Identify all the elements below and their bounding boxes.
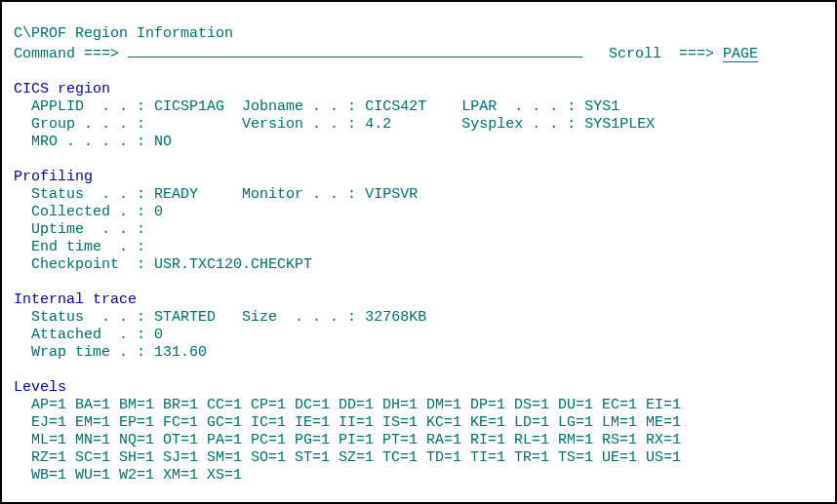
trace-size-label: Size . . . :: [242, 309, 356, 326]
collected-label: Collected . :: [31, 204, 145, 220]
section-internal-trace: Internal trace: [14, 291, 137, 308]
levels-row: WB=1 WU=1 W2=1 XM=1 XS=1: [31, 467, 242, 484]
checkpoint-value: USR.TXC120.CHECKPT: [154, 256, 312, 273]
mro-value: NO: [154, 134, 172, 150]
lpar-label: LPAR . . . :: [461, 98, 576, 115]
sysplex-label: Sysplex . . :: [461, 116, 576, 133]
checkpoint-label: Checkpoint :: [31, 256, 145, 273]
wrap-time-label: Wrap time . :: [31, 344, 145, 361]
jobname-value: CICS42T: [365, 98, 426, 115]
levels-row: ML=1 MN=1 NQ=1 OT=1 PA=1 PC=1 PG=1 PI=1 …: [31, 432, 681, 448]
levels-row: EJ=1 EM=1 EP=1 FC=1 GC=1 IC=1 IE=1 II=1 …: [31, 414, 681, 431]
wrap-time-value: 131.60: [154, 344, 207, 361]
command-input[interactable]: [128, 43, 582, 58]
sysplex-value: SYS1PLEX: [584, 116, 655, 133]
jobname-label: Jobname . . :: [242, 98, 356, 115]
group-label: Group . . . :: [31, 116, 145, 133]
uptime-label: Uptime . . :: [31, 221, 145, 238]
lpar-value: SYS1: [584, 98, 619, 115]
attached-label: Attached . :: [31, 327, 145, 343]
collected-value: 0: [154, 204, 163, 220]
section-profiling: Profiling: [14, 169, 93, 185]
monitor-label: Monitor . . :: [242, 186, 356, 203]
mro-label: MRO . . . . :: [31, 134, 145, 150]
panel-title: C\PROF Region Information: [14, 25, 233, 42]
section-levels: Levels: [14, 379, 66, 396]
levels-row: AP=1 BA=1 BM=1 BR=1 CC=1 CP=1 DC=1 DD=1 …: [31, 397, 681, 413]
scroll-label: Scroll ===>: [609, 46, 714, 62]
prof-status-value: READY: [154, 186, 198, 203]
applid-value: CICSP1AG: [154, 98, 224, 115]
trace-size-value: 32768KB: [365, 309, 426, 326]
trace-status-value: STARTED: [154, 309, 216, 326]
version-value: 4.2: [365, 116, 391, 133]
levels-row: RZ=1 SC=1 SH=1 SJ=1 SM=1 SO=1 ST=1 SZ=1 …: [31, 449, 681, 466]
monitor-value: VIPSVR: [365, 186, 418, 203]
version-label: Version . . :: [242, 116, 356, 133]
section-cics-region: CICS region: [14, 81, 110, 97]
command-label: Command ===>: [14, 46, 119, 62]
end-time-label: End time . :: [31, 239, 145, 255]
trace-status-label: Status . . :: [31, 309, 145, 326]
attached-value: 0: [154, 327, 163, 343]
prof-status-label: Status . . :: [31, 186, 145, 203]
applid-label: APPLID . . :: [31, 98, 145, 115]
scroll-input[interactable]: PAGE: [723, 48, 758, 62]
